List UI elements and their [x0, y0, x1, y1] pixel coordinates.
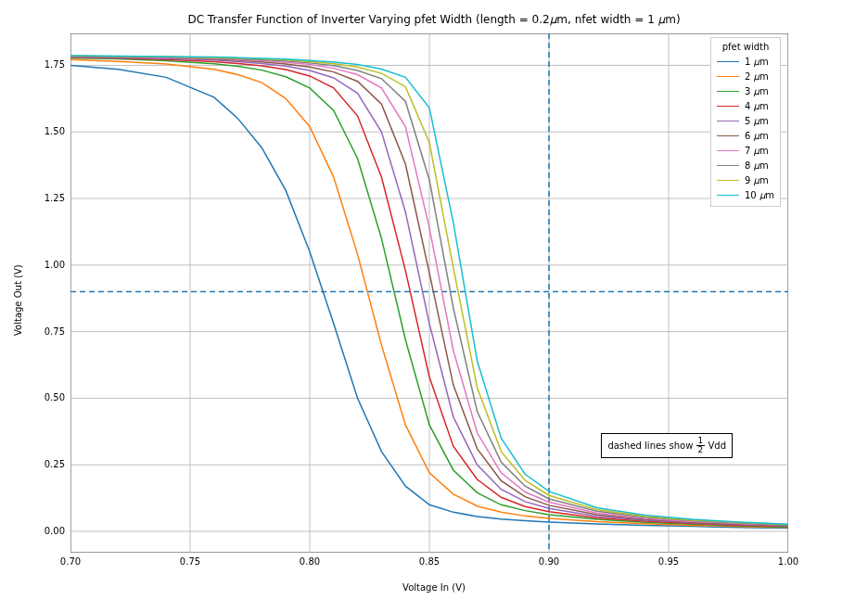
legend-swatch — [717, 165, 739, 166]
y-tick: 0.25 — [37, 459, 65, 469]
fraction-half: 12 — [696, 437, 706, 454]
annotation-text-prefix: dashed lines show — [607, 440, 696, 451]
figure: DC Transfer Function of Inverter Varying… — [0, 0, 868, 600]
legend-swatch — [717, 106, 739, 107]
legend-item: 5 μm — [717, 113, 774, 128]
legend-item: 3 μm — [717, 83, 774, 98]
legend-swatch — [717, 76, 739, 77]
y-axis-label: Voltage Out (V) — [13, 0, 23, 600]
annotation-box: dashed lines show 12 Vdd — [601, 433, 733, 458]
legend-label: 8 μm — [745, 160, 769, 171]
x-tick: 0.75 — [179, 556, 201, 567]
legend-item: 1 μm — [717, 54, 774, 69]
plot-area: 0.700.750.800.850.900.951.00 0.000.250.5… — [70, 33, 788, 553]
legend-item: 10 μm — [717, 187, 774, 202]
y-tick: 1.00 — [37, 260, 65, 270]
legend-label: 1 μm — [745, 57, 769, 67]
legend-label: 7 μm — [745, 146, 769, 156]
legend-title: pfet width — [717, 42, 774, 52]
legend-item: 8 μm — [717, 158, 774, 172]
x-tick: 0.85 — [418, 556, 440, 567]
chart-title: DC Transfer Function of Inverter Varying… — [0, 13, 868, 26]
legend-swatch — [717, 180, 739, 181]
plot-svg — [70, 33, 788, 553]
legend-label: 9 μm — [745, 175, 769, 185]
legend-label: 6 μm — [745, 131, 769, 141]
legend-item: 4 μm — [717, 98, 774, 113]
legend-swatch — [717, 61, 739, 62]
x-tick: 0.80 — [299, 556, 321, 567]
legend-item: 7 μm — [717, 143, 774, 158]
y-tick: 1.25 — [37, 193, 65, 203]
legend-swatch — [717, 121, 739, 121]
annotation-text-suffix: Vdd — [705, 440, 726, 451]
legend-item: 9 μm — [717, 172, 774, 187]
y-tick: 1.50 — [37, 126, 65, 136]
y-tick: 0.50 — [37, 392, 65, 402]
x-axis-label: Voltage In (V) — [0, 582, 868, 593]
legend-label: 3 μm — [745, 86, 769, 96]
legend-label: 5 μm — [745, 116, 769, 126]
legend-label: 10 μm — [745, 190, 774, 200]
y-tick: 1.75 — [37, 59, 65, 70]
x-tick: 0.70 — [59, 556, 82, 567]
legend-swatch — [717, 135, 739, 136]
legend-swatch — [717, 91, 739, 92]
legend-item: 6 μm — [717, 128, 774, 143]
x-tick: 1.00 — [777, 556, 799, 567]
legend-label: 2 μm — [745, 71, 769, 82]
y-tick: 0.75 — [37, 326, 65, 337]
y-tick: 0.00 — [37, 526, 65, 536]
legend-swatch — [717, 150, 739, 151]
legend-label: 4 μm — [745, 101, 769, 111]
legend-item: 2 μm — [717, 69, 774, 83]
x-tick: 0.90 — [538, 556, 560, 567]
legend: pfet width 1 μm2 μm3 μm4 μm5 μm6 μm7 μm8… — [710, 37, 781, 207]
x-tick: 0.95 — [657, 556, 680, 567]
legend-swatch — [717, 195, 739, 196]
